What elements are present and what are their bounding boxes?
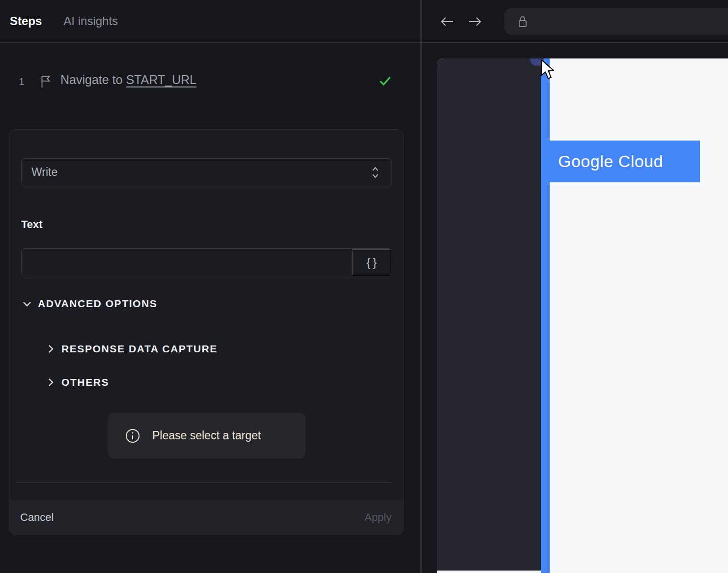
flag-icon [39, 75, 52, 88]
action-select-value: Write [31, 166, 369, 179]
apply-button[interactable]: Apply [364, 511, 392, 524]
notice-text: Please select a target [152, 429, 261, 442]
panel-tab-bar: Steps AI insights [0, 0, 421, 43]
response-data-capture-label: RESPONSE DATA CAPTURE [61, 343, 218, 355]
info-icon [125, 428, 140, 444]
others-toggle[interactable]: OTHERS [45, 376, 109, 388]
response-data-capture-toggle[interactable]: RESPONSE DATA CAPTURE [45, 343, 218, 355]
target-highlight-stripe [541, 58, 550, 573]
lock-icon [517, 14, 529, 29]
step-row[interactable]: 1 Navigate to START_URL [0, 73, 421, 90]
step-success-check-icon [377, 73, 393, 88]
browser-toolbar [421, 0, 728, 43]
page-viewport[interactable]: Google Cloud [437, 58, 728, 573]
cancel-button[interactable]: Cancel [20, 511, 54, 524]
action-select[interactable]: Write [21, 158, 392, 186]
url-bar[interactable] [504, 8, 728, 35]
arrow-left-icon [439, 14, 455, 29]
editor-footer: Cancel Apply [9, 500, 403, 535]
app-root: Steps AI insights 1 Navigate to START_UR… [0, 0, 728, 573]
highlighted-element[interactable]: Google Cloud [549, 141, 700, 182]
step-label: Navigate to START_URL [60, 73, 196, 87]
start-url-link[interactable]: START_URL [126, 73, 196, 86]
select-target-notice: Please select a target [108, 413, 306, 458]
step-number: 1 [19, 76, 25, 87]
text-input-group: {} [21, 248, 392, 276]
browser-forward-button[interactable] [467, 14, 483, 29]
insert-variable-button[interactable]: {} [352, 249, 392, 276]
chevron-right-icon [45, 376, 56, 388]
text-input[interactable] [22, 249, 352, 276]
page-brand-text: Google Cloud [558, 152, 663, 171]
page-hero-dark-section [437, 58, 541, 571]
arrow-right-icon [467, 14, 483, 29]
tab-ai-insights[interactable]: AI insights [63, 14, 118, 28]
others-label: OTHERS [61, 376, 109, 388]
tab-steps[interactable]: Steps [10, 14, 42, 28]
steps-panel: Steps AI insights 1 Navigate to START_UR… [0, 0, 421, 573]
step-editor-card: Write Text {} ADVAN [9, 129, 404, 535]
card-divider [17, 483, 391, 483]
chevron-up-down-icon [369, 165, 382, 180]
text-field-label: Text [21, 218, 43, 231]
browser-back-button[interactable] [439, 14, 455, 29]
browser-preview-panel: Google Cloud [421, 0, 728, 573]
chevron-right-icon [45, 343, 56, 355]
advanced-options-toggle[interactable]: ADVANCED OPTIONS [21, 298, 157, 310]
advanced-options-label: ADVANCED OPTIONS [38, 298, 157, 310]
chevron-down-icon [21, 298, 33, 310]
